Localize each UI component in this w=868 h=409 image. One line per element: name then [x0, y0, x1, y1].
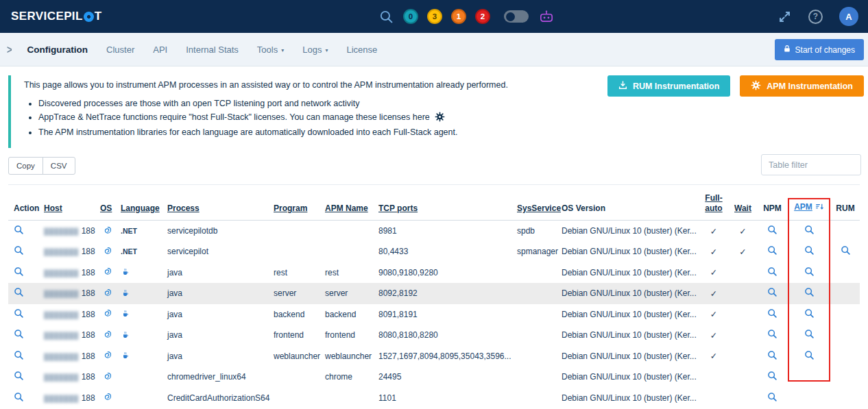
os-version-cell: Debian GNU/Linux 10 (buster) (Ker...	[559, 388, 699, 409]
nav-bar: > ConfigurationClusterAPIInternal StatsT…	[0, 33, 868, 66]
apm-search-icon[interactable]	[804, 225, 815, 235]
sysservice-cell	[514, 283, 559, 304]
copy-button[interactable]: Copy	[8, 157, 43, 175]
servicepilot-logo[interactable]: SERVICEPILT	[11, 10, 102, 23]
language-cell	[118, 367, 165, 388]
host-redacted: ███████	[44, 227, 79, 235]
host-suffix: 188	[82, 393, 95, 403]
row-search-icon[interactable]	[14, 225, 24, 235]
theme-toggle[interactable]	[504, 10, 529, 23]
nav-item-license[interactable]: License	[346, 45, 377, 55]
action-cell	[8, 367, 41, 388]
row-search-icon[interactable]	[14, 245, 24, 256]
nav-item-tools[interactable]: Tools▾	[257, 45, 284, 55]
full-auto-cell: ✓	[699, 304, 728, 325]
help-icon[interactable]: ?	[808, 10, 823, 24]
column-header-full-auto[interactable]: Full-auto	[699, 185, 728, 221]
rum-cell	[831, 388, 860, 409]
search-icon[interactable]	[379, 10, 394, 24]
row-search-icon[interactable]	[14, 267, 24, 277]
row-search-icon[interactable]	[14, 329, 24, 339]
row-search-icon[interactable]	[14, 392, 24, 402]
alert-badge-0[interactable]: 0	[403, 9, 418, 24]
host-redacted: ███████	[44, 332, 79, 339]
rum-cell	[831, 283, 860, 304]
start-of-changes-button[interactable]: Start of changes	[775, 39, 864, 60]
program-cell	[271, 367, 322, 388]
debian-os-icon	[103, 267, 112, 278]
npm-search-icon[interactable]	[767, 245, 777, 256]
apm-name-cell: server	[322, 283, 376, 304]
alert-badge-3[interactable]: 2	[475, 9, 490, 24]
column-header-apm-name[interactable]: APM Name	[322, 185, 376, 221]
language-cell: .NET	[118, 221, 165, 242]
gear-icon	[751, 80, 761, 92]
os-cell	[97, 262, 118, 284]
apm-search-icon[interactable]	[804, 350, 815, 360]
npm-search-icon[interactable]	[767, 392, 777, 402]
nav-item-cluster[interactable]: Cluster	[106, 45, 134, 55]
host-redacted: ███████	[44, 395, 79, 402]
column-header-process[interactable]: Process	[165, 185, 271, 221]
rum-instrumentation-button[interactable]: RUM Instrumentation	[607, 75, 730, 97]
row-search-icon[interactable]	[14, 287, 24, 297]
column-header-wait[interactable]: Wait	[728, 185, 758, 221]
nav-item-api[interactable]: API	[153, 45, 167, 55]
start-of-changes-label: Start of changes	[795, 45, 855, 55]
full-auto-cell: ✓	[699, 241, 728, 262]
logo-text-prefix: SERVICEPIL	[11, 10, 83, 23]
nav-item-logs[interactable]: Logs▾	[302, 45, 328, 55]
sysservice-cell	[514, 304, 559, 325]
column-header-apm[interactable]: APM	[787, 185, 831, 221]
column-header-language[interactable]: Language	[118, 185, 165, 221]
table-row: ███████188javabackendbackend8091,8191Deb…	[8, 304, 860, 325]
apm-button-label: APM Instrumentation	[767, 82, 853, 91]
fullscreen-expand-icon[interactable]	[777, 10, 792, 24]
column-header-tcp-ports[interactable]: TCP ports	[376, 185, 514, 221]
bot-icon[interactable]	[538, 10, 555, 23]
apm-search-icon[interactable]	[804, 308, 815, 319]
apm-search-icon[interactable]	[804, 245, 815, 256]
table-filter-input[interactable]	[761, 154, 861, 175]
host-suffix: 188	[82, 226, 95, 236]
apm-name-cell: rest	[322, 262, 376, 284]
row-search-icon[interactable]	[14, 371, 24, 381]
npm-search-icon[interactable]	[767, 371, 777, 381]
row-search-icon[interactable]	[14, 308, 24, 319]
npm-search-icon[interactable]	[767, 329, 777, 339]
rum-search-icon[interactable]	[841, 245, 851, 256]
tcp-ports-cell: 8091,8191	[376, 304, 514, 325]
sysservice-cell	[514, 367, 559, 388]
wait-cell	[728, 325, 758, 346]
alert-badge-2[interactable]: 1	[451, 9, 466, 24]
npm-search-icon[interactable]	[767, 287, 777, 297]
nav-item-configuration[interactable]: Configuration	[27, 45, 88, 55]
csv-button[interactable]: CSV	[43, 157, 75, 175]
apm-search-icon[interactable]	[804, 329, 815, 339]
column-header-sysservice[interactable]: SysService	[514, 185, 559, 221]
column-header-rum: RUM	[831, 185, 860, 221]
sidebar-expand-icon[interactable]: >	[7, 42, 12, 56]
os-cell	[97, 367, 118, 388]
alert-badge-1[interactable]: 3	[427, 9, 442, 24]
program-cell	[271, 241, 322, 262]
row-search-icon[interactable]	[14, 350, 24, 360]
apm-search-icon[interactable]	[804, 267, 815, 277]
npm-search-icon[interactable]	[767, 350, 777, 360]
column-header-host[interactable]: Host	[41, 185, 97, 221]
user-avatar[interactable]: A	[839, 7, 858, 26]
column-header-os[interactable]: OS	[97, 185, 118, 221]
export-buttons: Copy CSV	[8, 157, 75, 175]
gear-icon[interactable]	[435, 112, 445, 126]
nav-item-internal-stats[interactable]: Internal Stats	[186, 45, 239, 55]
column-header-program[interactable]: Program	[271, 185, 322, 221]
apm-search-icon[interactable]	[804, 287, 815, 297]
npm-search-icon[interactable]	[767, 225, 777, 235]
npm-search-icon[interactable]	[767, 267, 777, 277]
tcp-ports-cell: 8080,8180,8280	[376, 325, 514, 346]
npm-search-icon[interactable]	[767, 308, 777, 319]
host-redacted: ███████	[44, 248, 79, 256]
program-cell	[271, 221, 322, 242]
nav-item-label: API	[153, 45, 167, 55]
apm-instrumentation-button[interactable]: APM Instrumentation	[740, 75, 864, 97]
